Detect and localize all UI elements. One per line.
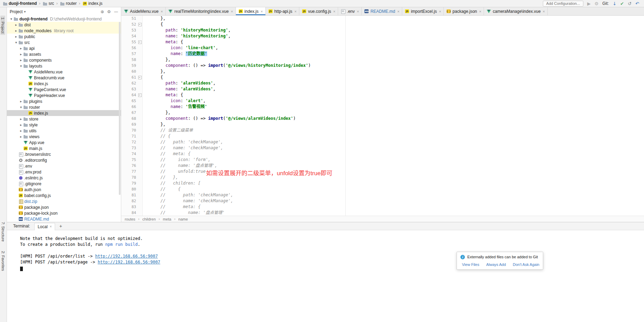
tree-item-components[interactable]: ▸components [7, 57, 121, 63]
close-icon[interactable]: × [294, 9, 297, 14]
editor-breadcrumb-item-routes[interactable]: routes [125, 217, 135, 221]
code-line[interactable]: name: '告警视频' [145, 104, 644, 110]
code-line[interactable]: path: 'historyMonitoring', [145, 27, 644, 33]
tab-README.md[interactable]: README.md× [362, 7, 402, 15]
code-area[interactable]: }, { path: 'historyMonitoring', name: 'h… [143, 16, 644, 216]
tab-AsideMenu.vue[interactable]: AsideMenu.vue× [121, 7, 166, 15]
code-line[interactable]: // path: 'checkManage', [145, 139, 644, 145]
code-line[interactable]: }, [145, 57, 644, 63]
editor-breadcrumb-item-name[interactable]: name [178, 217, 188, 221]
git-commit-icon[interactable]: ✔ [620, 1, 624, 6]
tree-item-babel.config.js[interactable]: babel.config.js [7, 193, 121, 198]
tree-item-style[interactable]: ▸style [7, 122, 121, 128]
tree-item-.eslintrc.js[interactable]: .eslintrc.js [7, 175, 121, 181]
tree-item-.gitignore[interactable]: .gitignore [7, 181, 121, 187]
breadcrumb-item-index.js[interactable]: index.js [82, 1, 103, 6]
tool-window-button-favorites[interactable]: 2: Favorites [1, 251, 5, 271]
terminal-link[interactable]: http://192.168.66.56:9007 [95, 254, 158, 259]
chevron-right-icon[interactable]: ▸ [19, 58, 23, 62]
code-line[interactable]: icon: 'alert', [145, 98, 644, 104]
tree-item-.env.prod[interactable]: .env.prod [7, 169, 121, 175]
tree-item-api[interactable]: ▸api [7, 45, 121, 51]
chevron-right-icon[interactable]: ▸ [19, 46, 23, 50]
tree-item-.env[interactable]: .env [7, 163, 121, 169]
new-terminal-button[interactable]: + [59, 223, 62, 229]
tree-item-.browserslistrc[interactable]: .browserslistrc [7, 151, 121, 157]
code-line[interactable]: // name: '盘点管理' [145, 210, 644, 216]
code-line[interactable]: }, [145, 69, 644, 74]
chevron-right-icon[interactable]: ▸ [19, 129, 23, 133]
tree-item-auth.json[interactable]: auth.json [7, 187, 121, 193]
code-line[interactable]: // path: 'checkManage', [145, 192, 644, 198]
tree-item-package.json[interactable]: package.json [7, 204, 121, 210]
project-panel-title[interactable]: Project [10, 9, 23, 14]
run-icon[interactable]: ▶ [587, 1, 591, 6]
close-icon[interactable]: × [231, 9, 233, 14]
history-icon[interactable]: ↺ [628, 1, 632, 6]
locate-icon[interactable]: ⊕ [100, 9, 104, 14]
fold-icon[interactable] [137, 92, 142, 98]
fold-icon[interactable] [137, 39, 142, 45]
editor-breadcrumb-item-children[interactable]: children [142, 217, 156, 221]
close-icon[interactable]: × [397, 9, 399, 14]
tab-importExcel.js[interactable]: importExcel.js× [402, 7, 444, 15]
tree-item-index.js[interactable]: index.js [7, 81, 121, 87]
code-line[interactable]: name: '历史数据' [145, 51, 644, 57]
tab-http-api.js[interactable]: http-api.js× [266, 7, 299, 15]
code-line[interactable]: // meta: { [145, 204, 644, 210]
tree-item-PageHeader.vue[interactable]: PageHeader.vue [7, 92, 121, 98]
tab-realTimeMonitoring\index.vue[interactable]: realTimeMonitoring\index.vue× [166, 7, 236, 15]
code-line[interactable]: icon: 'line-chart', [145, 45, 644, 51]
tree-item-node_modules[interactable]: ▸node_moduleslibrary root [7, 28, 121, 34]
chevron-right-icon[interactable]: ▸ [14, 35, 18, 38]
chevron-down-icon[interactable]: ▾ [9, 17, 14, 21]
tree-item-README.md[interactable]: README.md [7, 216, 121, 222]
code-line[interactable]: // name: 'checkManage', [145, 145, 644, 151]
close-icon[interactable]: × [261, 9, 263, 14]
project-scrollbar[interactable] [119, 22, 121, 195]
tree-item-package-lock.json[interactable]: package-lock.json [7, 210, 121, 216]
tree-item-dist.zip[interactable]: dist.zip [7, 198, 121, 204]
git-update-icon[interactable]: ↓ [612, 1, 616, 6]
fold-icon[interactable] [137, 21, 142, 27]
code-line[interactable]: // { [145, 133, 644, 139]
code-line[interactable]: }, [145, 122, 644, 127]
code-line[interactable]: // name: 'checkManage', [145, 198, 644, 204]
tree-item-AsideMenu.vue[interactable]: AsideMenu.vue [7, 69, 121, 75]
tool-window-button-structure[interactable]: 7: Structure [1, 222, 5, 242]
editor-breadcrumb-item-meta[interactable]: meta [163, 217, 171, 221]
tab-index.js[interactable]: index.js× [236, 7, 266, 15]
close-icon[interactable]: × [357, 9, 359, 14]
chevron-right-icon[interactable]: ▸ [14, 29, 18, 33]
fold-icon[interactable] [137, 74, 142, 80]
chevron-right-icon[interactable]: ▸ [14, 23, 18, 27]
tree-item-index.js[interactable]: index.js [7, 110, 121, 116]
notification-action-don't-ask-again[interactable]: Don't Ask Again [513, 262, 539, 267]
build-icon[interactable]: ⚙ [594, 1, 599, 6]
close-icon[interactable]: × [50, 225, 52, 229]
chevron-right-icon[interactable]: ▸ [19, 135, 23, 138]
chevron-down-icon[interactable]: ▾ [19, 105, 23, 109]
chevron-down-icon[interactable]: ▾ [19, 64, 23, 68]
close-icon[interactable]: × [439, 9, 441, 14]
tree-item-utils[interactable]: ▸utils [7, 128, 121, 134]
code-line[interactable]: // name: '盘点管理', [145, 163, 644, 169]
code-line[interactable]: name: 'alarmVideos', [145, 86, 644, 92]
tree-item-duoji-frontend[interactable]: ▾duoji-frontendD:\zheheWeb\duoji-fronten… [7, 16, 121, 22]
terminal-output[interactable]: Note that the development build is not o… [7, 230, 644, 322]
tree-item-dist[interactable]: ▸dist [7, 22, 121, 28]
tree-item-src[interactable]: ▾src [7, 39, 121, 45]
code-line[interactable]: }, [145, 16, 644, 21]
code-line[interactable]: }, [145, 110, 644, 116]
settings-icon[interactable]: ⚙ [107, 9, 111, 14]
tab-.env[interactable]: .env× [338, 7, 362, 15]
tree-item-main.js[interactable]: main.js [7, 145, 121, 151]
tree-item-store[interactable]: ▸store [7, 116, 121, 122]
chevron-right-icon[interactable]: ▸ [19, 99, 23, 103]
close-icon[interactable]: × [479, 9, 481, 14]
hide-panel-icon[interactable]: — [114, 9, 118, 14]
code-line[interactable]: { [145, 21, 644, 27]
code-line[interactable]: // icon: 'form', [145, 157, 644, 163]
terminal-tab-local[interactable]: Local × [34, 223, 55, 230]
breadcrumb-item-router[interactable]: router [60, 1, 77, 6]
